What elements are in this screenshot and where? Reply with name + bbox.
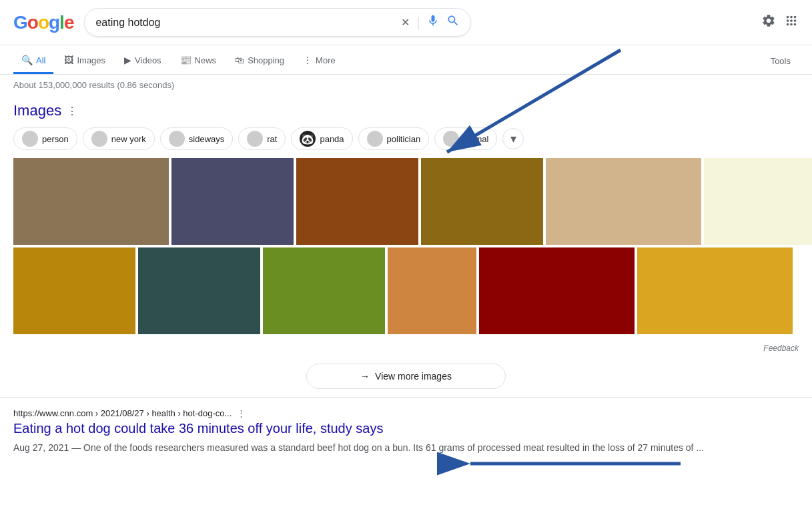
image-thumb-7[interactable] xyxy=(13,247,135,334)
chip-person-label: person xyxy=(42,134,69,144)
images-menu-icon[interactable]: ⋮ xyxy=(67,105,77,117)
tools-button[interactable]: Tools xyxy=(763,49,799,73)
nav-news-label: News xyxy=(195,55,217,65)
image-grid xyxy=(13,158,799,334)
results-stats: About 153,000,000 results (0.86 seconds) xyxy=(0,75,812,95)
nav-more-label: More xyxy=(316,55,336,65)
image-thumb-1[interactable] xyxy=(13,158,169,245)
chip-new-york-label: new york xyxy=(111,134,146,144)
img-inner-11 xyxy=(479,247,635,334)
chips-expand-button[interactable]: ▾ xyxy=(502,128,524,149)
divider: | xyxy=(416,15,420,30)
chip-politician-label: politician xyxy=(387,134,421,144)
shopping-icon: 🛍 xyxy=(235,55,244,65)
images-section: Images ⋮ person new york sideways xyxy=(0,95,812,341)
chip-panda-label: panda xyxy=(320,134,344,144)
feedback-area[interactable]: Feedback xyxy=(0,341,812,356)
nav-shopping[interactable]: 🛍 Shopping xyxy=(227,48,292,74)
filter-chip-person[interactable]: person xyxy=(13,127,77,150)
image-thumb-4[interactable] xyxy=(421,158,543,245)
logo-g2: g xyxy=(49,12,59,33)
clear-icon[interactable]: ✕ xyxy=(401,16,410,29)
nav-videos[interactable]: ▶ Videos xyxy=(116,48,169,74)
result-dash: — xyxy=(71,442,83,453)
images-header: Images ⋮ xyxy=(13,102,799,119)
filter-chips: person new york sideways rat 🐼 panda xyxy=(13,127,799,150)
result-title[interactable]: Eating a hot dog could take 36 minutes o… xyxy=(13,421,799,436)
all-icon: 🔍 xyxy=(21,55,33,65)
img-inner-7 xyxy=(13,247,135,334)
image-thumb-12[interactable] xyxy=(637,247,793,334)
chip-rat-thumb xyxy=(247,131,263,147)
header-right xyxy=(761,13,799,31)
image-thumb-6[interactable] xyxy=(704,158,812,245)
result-snippet-text: One of the foods researchers measured wa… xyxy=(83,442,704,453)
img-inner-9 xyxy=(263,247,385,334)
filter-chip-rat[interactable]: rat xyxy=(238,127,286,150)
chip-rat-label: rat xyxy=(267,134,277,144)
image-thumb-9[interactable] xyxy=(263,247,385,334)
logo-o1: o xyxy=(27,12,38,33)
img-inner-8 xyxy=(138,247,260,334)
search-input[interactable]: eating hotdog xyxy=(95,17,394,29)
result-menu-icon[interactable]: ⋮ xyxy=(237,408,246,418)
filter-chip-animal[interactable]: animal xyxy=(434,127,497,150)
microphone-icon[interactable] xyxy=(426,14,440,31)
image-row-1 xyxy=(13,158,799,245)
logo-G: G xyxy=(13,12,27,33)
image-thumb-8[interactable] xyxy=(138,247,260,334)
img-inner-6 xyxy=(704,158,812,245)
filter-chip-new-york[interactable]: new york xyxy=(83,127,155,150)
view-more-arrow: → xyxy=(360,371,370,382)
nav-videos-label: Videos xyxy=(135,55,161,65)
img-inner-10 xyxy=(388,247,476,334)
result-url: https://www.cnn.com › 2021/08/27 › healt… xyxy=(13,408,799,418)
img-inner-1 xyxy=(13,158,169,245)
chip-new-york-thumb xyxy=(91,131,107,147)
img-inner-4 xyxy=(421,158,543,245)
chip-animal-thumb xyxy=(443,131,459,147)
logo-text: Google xyxy=(13,12,73,33)
search-submit-icon[interactable] xyxy=(446,14,460,31)
img-inner-12 xyxy=(637,247,793,334)
logo-l: l xyxy=(59,12,64,33)
filter-chip-politician[interactable]: politician xyxy=(358,127,430,150)
filter-chip-panda[interactable]: 🐼 panda xyxy=(291,127,352,150)
img-inner-5 xyxy=(546,158,701,245)
search-bar: eating hotdog ✕ | xyxy=(84,8,471,37)
filter-chip-sideways[interactable]: sideways xyxy=(160,127,233,150)
nav-more[interactable]: ⋮ More xyxy=(295,48,344,74)
image-thumb-10[interactable] xyxy=(388,247,476,334)
image-row-2 xyxy=(13,247,799,334)
image-thumb-2[interactable] xyxy=(171,158,294,245)
chip-politician-thumb xyxy=(367,131,383,147)
news-icon: 📰 xyxy=(180,55,191,65)
logo-o2: o xyxy=(38,12,49,33)
google-logo[interactable]: Google xyxy=(13,12,73,33)
chip-sideways-thumb xyxy=(169,131,185,147)
image-thumb-11[interactable] xyxy=(479,247,635,334)
chip-sideways-label: sideways xyxy=(189,134,224,144)
nav-images[interactable]: 🖼 Images xyxy=(56,48,113,74)
result-url-text: https://www.cnn.com › 2021/08/27 › healt… xyxy=(13,408,232,418)
images-icon: 🖼 xyxy=(64,55,73,65)
img-inner-2 xyxy=(171,158,294,245)
nav-images-label: Images xyxy=(77,55,105,65)
result-date: Aug 27, 2021 xyxy=(13,442,69,453)
apps-icon[interactable] xyxy=(784,13,799,31)
nav-bar: 🔍 All 🖼 Images ▶ Videos 📰 News 🛍 Shoppin… xyxy=(0,45,812,75)
chip-person-thumb xyxy=(22,131,38,147)
view-more-container: → View more images xyxy=(0,356,812,398)
more-icon: ⋮ xyxy=(303,55,312,65)
image-thumb-3[interactable] xyxy=(296,158,418,245)
videos-icon: ▶ xyxy=(124,55,131,65)
nav-all[interactable]: 🔍 All xyxy=(13,48,53,74)
images-title[interactable]: Images xyxy=(13,102,61,119)
header: Google eating hotdog ✕ | xyxy=(0,0,812,45)
image-thumb-5[interactable] xyxy=(546,158,701,245)
settings-icon[interactable] xyxy=(761,13,776,31)
view-more-label: View more images xyxy=(375,371,452,382)
chip-animal-label: animal xyxy=(463,134,488,144)
nav-news[interactable]: 📰 News xyxy=(172,48,225,74)
view-more-button[interactable]: → View more images xyxy=(306,364,506,389)
